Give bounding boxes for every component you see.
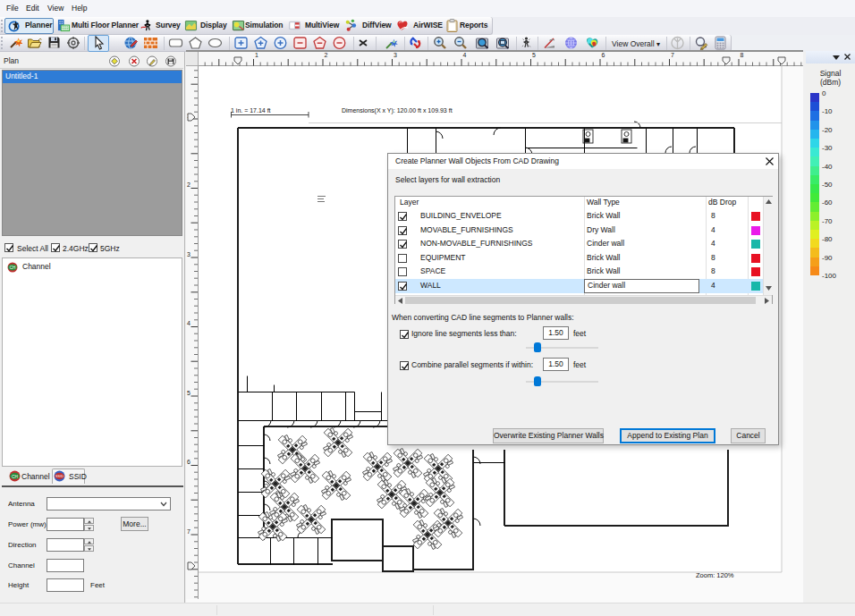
svg-text:8: 8 <box>741 52 744 58</box>
svg-text:1: 1 <box>255 52 258 58</box>
svg-text:5: 5 <box>187 390 190 396</box>
svg-text:3: 3 <box>187 251 190 257</box>
svg-text:SSID: SSID <box>55 474 63 478</box>
svg-text:2: 2 <box>325 52 328 58</box>
svg-text:Dimensions(X x Y): 120.00 ft x: Dimensions(X x Y): 120.00 ft x 109.93 ft <box>342 107 453 114</box>
svg-text:7: 7 <box>671 52 674 58</box>
svg-text:Zoom: 120%: Zoom: 120% <box>696 571 734 579</box>
svg-text:1 in. = 17.14 ft: 1 in. = 17.14 ft <box>231 107 271 114</box>
svg-text:4: 4 <box>463 52 467 58</box>
svg-text:7: 7 <box>187 528 190 535</box>
svg-text:3: 3 <box>394 52 397 58</box>
svg-text:4: 4 <box>187 320 190 326</box>
svg-text:6: 6 <box>187 459 190 465</box>
svg-text:2: 2 <box>187 181 190 188</box>
svg-text:CH: CH <box>10 266 16 270</box>
svg-text:CH: CH <box>12 475 19 479</box>
svg-text:6: 6 <box>602 52 605 58</box>
svg-text:5: 5 <box>532 52 536 58</box>
